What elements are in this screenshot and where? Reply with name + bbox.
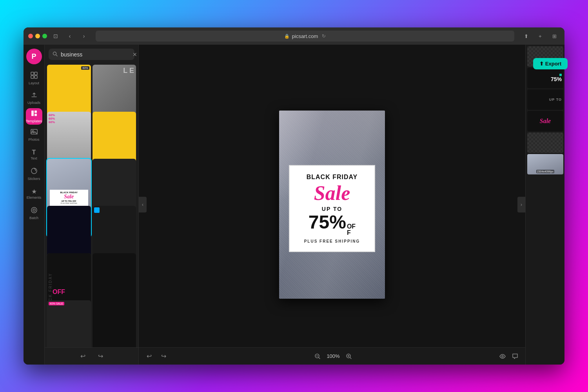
redo-canvas-button[interactable]: ↪ [158,351,169,361]
sidebar-item-label: Text [31,157,37,160]
sidebar-item-layout[interactable]: Layout [25,69,44,88]
fullscreen-button[interactable] [42,34,47,38]
sidebar-item-label: Stickers [27,177,40,181]
canvas-area: ‹ BLACK FRIDAY Sale UP TO 75% OF [139,45,525,365]
right-thumb-checker2[interactable] [527,132,563,153]
right-panel: 75% UP TO Sale 2304x4096px [525,45,564,365]
thumb-sale-label: Sale [540,118,551,125]
svg-rect-0 [31,72,34,75]
search-input[interactable] [61,51,129,58]
percent-row: 75% OF F [309,213,356,236]
design-canvas[interactable]: BLACK FRIDAY Sale UP TO 75% OF F PLUS FR… [279,111,385,299]
big-percent: 75% [309,213,346,232]
search-bar: ✕ [49,49,134,60]
redo-button[interactable]: ↪ [95,351,106,361]
zoom-level: 100% [325,353,341,359]
traffic-lights [28,34,47,38]
sidebar-item-uploads[interactable]: Uploads [25,89,44,107]
back-button[interactable]: ‹ [64,31,75,42]
expand-right-button[interactable]: › [517,197,525,212]
toolbar-actions: ⬆ + ⊞ [521,31,560,42]
batch-icon [31,207,38,216]
sale-script-text: Sale [314,183,350,203]
sidebar-toggle-button[interactable]: ⊡ [50,31,61,42]
grid-view-button[interactable]: ⊞ [549,31,560,42]
template-card-bf-repeat[interactable]: BLACK FRIDAY BLACK FRIDAY BLACK FRIDAY B… [93,300,136,347]
layout-icon [31,72,38,81]
template-card-40sale[interactable]: 40% SALE [47,300,91,347]
svg-rect-2 [31,76,34,78]
right-thumb-upto[interactable]: UP TO [527,89,563,110]
sidebar-item-templates[interactable]: Templates [26,108,42,125]
uploads-icon [31,91,38,100]
templates-grid: 60% 5 50% L E 60% 60% 60% [45,63,138,347]
icon-sidebar: P Layout [24,45,45,365]
share-button[interactable]: ⬆ [521,31,532,42]
stickers-icon [31,167,38,176]
view-buttons [497,351,521,362]
svg-rect-5 [34,111,37,113]
up-to-text: UP TO [322,206,342,212]
right-thumb-silk[interactable]: 2304x4096px [527,154,563,174]
undo-button[interactable]: ↩ [77,351,89,361]
templates-icon [31,110,38,119]
zoom-in-button[interactable] [344,352,354,361]
svg-rect-6 [34,114,37,116]
search-icon [53,51,58,58]
sidebar-item-photos[interactable]: Photos [25,125,44,144]
thumb-dimensions-label: 2304x4096px [536,170,554,173]
black-friday-title: BLACK FRIDAY [307,174,358,181]
text-icon: T [32,149,36,156]
right-thumb-75pct[interactable]: 75% [527,68,563,88]
sidebar-item-label: Templates [26,120,42,123]
design-white-box: BLACK FRIDAY Sale UP TO 75% OF F PLUS FR… [289,165,375,252]
sidebar-item-elements[interactable]: ★ Elements [25,184,44,203]
right-thumb-sale-pink[interactable]: Sale [527,111,563,131]
sidebar-item-stickers[interactable]: Stickers [25,165,44,183]
elements-icon: ★ [31,188,37,195]
close-button[interactable] [28,34,33,38]
sidebar-item-label: Uploads [27,101,40,105]
panel-bottom-bar: ↩ ↪ [45,347,138,365]
eye-view-button[interactable] [497,351,508,362]
svg-rect-4 [31,111,34,116]
zoom-out-button[interactable] [313,352,322,361]
lock-icon: 🔒 [284,34,290,39]
export-button[interactable]: ⬆ Export [533,58,568,69]
collapse-left-button[interactable]: ‹ [139,197,147,212]
refresh-icon[interactable]: ↻ [322,33,326,39]
undo-redo-controls: ↩ ↪ [143,351,169,361]
templates-panel: ✕ 60% 5 50% [45,45,139,365]
sidebar-item-text[interactable]: T Text [25,145,44,164]
svg-point-9 [31,168,37,174]
svg-rect-1 [34,72,37,75]
zoom-controls: 100% [313,352,354,361]
canvas-bottom-bar: ↩ ↪ 100% [139,347,525,365]
undo-canvas-button[interactable]: ↩ [143,351,155,361]
browser-window: ⊡ ‹ › 🔒 picsart.com ↻ ⬆ + ⊞ P [24,27,564,365]
sidebar-item-label: Layout [29,82,39,85]
svg-point-12 [53,52,56,55]
canvas-content: BLACK FRIDAY Sale UP TO 75% OF F PLUS FR… [279,111,385,299]
sidebar-item-batch[interactable]: Batch [25,204,44,223]
svg-rect-3 [34,76,37,78]
logo-letter: P [31,53,36,61]
svg-point-15 [502,356,503,357]
sidebar-item-label: Batch [29,216,38,220]
photos-icon [31,128,38,137]
search-clear-button[interactable]: ✕ [132,51,137,58]
thumb-75-label: 75% [551,76,562,82]
new-tab-button[interactable]: + [535,31,546,42]
app-body: P Layout [24,45,564,365]
title-bar: ⊡ ‹ › 🔒 picsart.com ↻ ⬆ + ⊞ [24,27,564,45]
logo-button[interactable]: P [26,49,42,64]
url-text: picsart.com [292,33,318,39]
comment-button[interactable] [510,351,521,362]
sidebar-item-label: Photos [28,138,39,142]
address-bar[interactable]: 🔒 picsart.com ↻ [96,31,514,42]
forward-button[interactable]: › [78,31,89,42]
svg-point-10 [31,207,37,213]
sidebar-item-label: Elements [27,196,42,200]
thumb-upto-label: UP TO [549,98,562,102]
minimize-button[interactable] [35,34,40,38]
